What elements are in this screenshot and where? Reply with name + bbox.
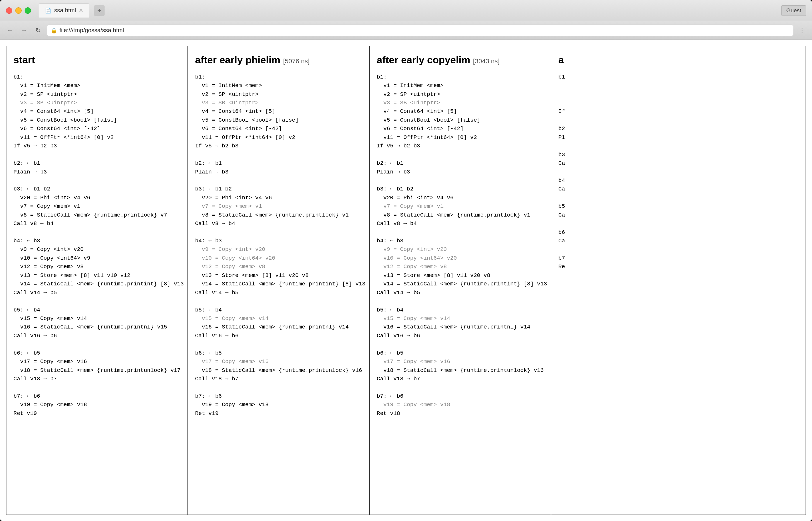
column-start: start b1: v1 = InitMem <mem> v2 = SP <ui…: [6, 46, 188, 515]
column-phielim-title: after early phielim [5076 ns]: [195, 52, 362, 68]
column-start-title: start: [14, 52, 181, 68]
new-tab-button[interactable]: +: [94, 5, 105, 16]
toolbar: ← → ↻ 🔒 file:///tmp/gossa/ssa.html ⋮: [0, 21, 812, 40]
traffic-lights: [6, 7, 31, 14]
column-partial-code: b1 If b2 Pl b3 Ca b4 Ca b5 Ca b6 Ca b7 R…: [558, 73, 798, 271]
tab-file-icon: 📄: [45, 7, 51, 14]
titlebar: 📄 ssa.html ✕ + Guest: [0, 0, 812, 21]
guest-button[interactable]: Guest: [781, 5, 806, 16]
column-phielim: after early phielim [5076 ns] b1: v1 = I…: [188, 46, 370, 515]
tab-title: ssa.html: [54, 7, 76, 14]
browser-tab[interactable]: 📄 ssa.html ✕: [39, 3, 89, 18]
forward-button[interactable]: →: [19, 25, 29, 36]
back-button[interactable]: ←: [5, 25, 15, 36]
address-bar[interactable]: 🔒 file:///tmp/gossa/ssa.html: [47, 25, 793, 36]
columns-container: start b1: v1 = InitMem <mem> v2 = SP <ui…: [6, 46, 806, 515]
close-button[interactable]: [6, 7, 12, 14]
column-start-code: b1: v1 = InitMem <mem> v2 = SP <uintptr>…: [14, 73, 181, 418]
column-copyelim-title: after early copyelim [3043 ns]: [377, 52, 544, 68]
security-icon: 🔒: [51, 27, 57, 34]
main-content: start b1: v1 = InitMem <mem> v2 = SP <ui…: [0, 40, 812, 521]
browser-window: 📄 ssa.html ✕ + Guest ← → ↻ 🔒 file:///tmp…: [0, 0, 812, 521]
address-text: file:///tmp/gossa/ssa.html: [60, 27, 124, 34]
column-phielim-code: b1: v1 = InitMem <mem> v2 = SP <uintptr>…: [195, 73, 362, 418]
minimize-button[interactable]: [15, 7, 22, 14]
tab-close-button[interactable]: ✕: [79, 7, 83, 14]
column-partial: a b1 If b2 Pl b3 Ca b4 Ca b5 Ca b6 Ca b7…: [551, 46, 806, 515]
column-partial-title: a: [558, 52, 798, 68]
more-options-button[interactable]: ⋮: [797, 25, 807, 36]
column-copyelim-code: b1: v1 = InitMem <mem> v2 = SP <uintptr>…: [377, 73, 544, 418]
maximize-button[interactable]: [25, 7, 31, 14]
refresh-button[interactable]: ↻: [33, 25, 43, 36]
column-copyelim: after early copyelim [3043 ns] b1: v1 = …: [370, 46, 551, 515]
